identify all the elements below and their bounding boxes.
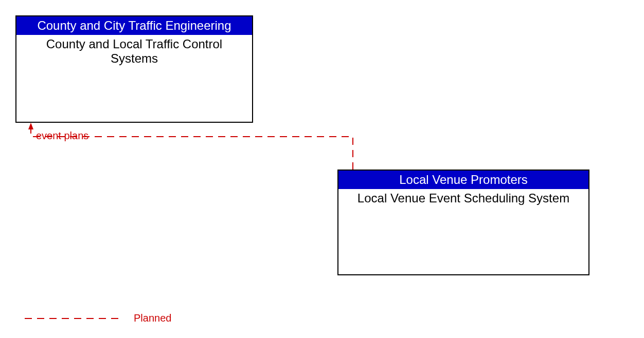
entity-header-local-venue: Local Venue Promoters	[338, 171, 588, 189]
entity-header-county-traffic: County and City Traffic Engineering	[16, 16, 252, 35]
flow-label-event-plans: event plans	[36, 130, 88, 142]
entity-box-local-venue: Local Venue Promoters Local Venue Event …	[337, 170, 589, 275]
entity-body-county-traffic: County and Local Traffic Control Systems	[16, 35, 252, 65]
entity-body-local-venue: Local Venue Event Scheduling System	[338, 189, 588, 205]
entity-box-county-traffic: County and City Traffic Engineering Coun…	[15, 15, 253, 123]
legend-label-planned: Planned	[134, 312, 171, 324]
